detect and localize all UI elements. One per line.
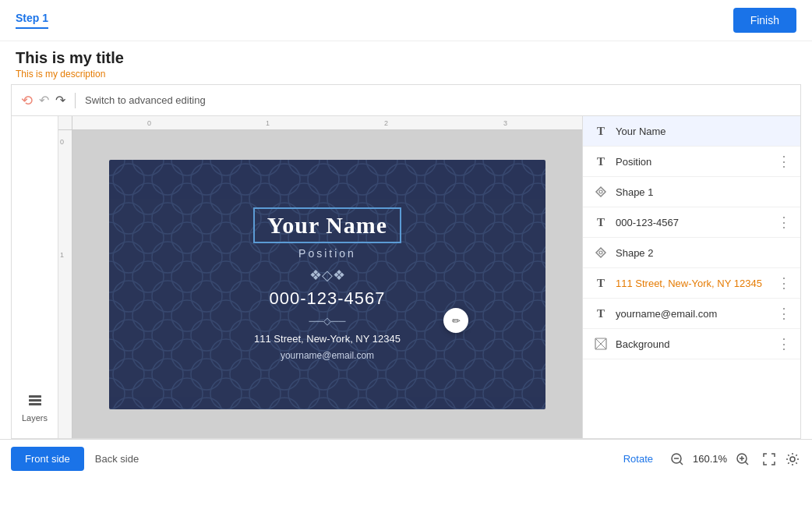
step-label: Step 1 — [16, 12, 48, 29]
redo-icon[interactable]: ↷ — [55, 93, 65, 108]
card-name-box: Your Name — [253, 207, 401, 243]
layer-name: Shape 2 — [616, 247, 791, 259]
card-email: yourname@email.com — [281, 348, 374, 362]
layer-item-background[interactable]: Background ⋮ — [583, 329, 800, 359]
text-icon: T — [592, 122, 609, 140]
zoom-in-icon[interactable] — [734, 451, 751, 468]
zoom-out-icon[interactable] — [669, 451, 686, 468]
rotate-button[interactable]: Rotate — [617, 450, 659, 468]
text-icon: T — [592, 305, 609, 322]
svg-line-20 — [745, 462, 748, 465]
layer-name: Your Name — [616, 126, 791, 137]
svg-rect-2 — [29, 403, 41, 405]
card-name: Your Name — [267, 212, 387, 238]
layer-item-your-name[interactable]: T Your Name — [583, 116, 800, 147]
shape-icon — [592, 244, 609, 261]
front-side-button[interactable]: Front side — [11, 447, 84, 471]
layer-item-email[interactable]: T yourname@email.com ⋮ — [583, 299, 800, 329]
layer-name: Position — [616, 156, 771, 168]
background-icon — [592, 335, 609, 352]
svg-point-21 — [790, 457, 795, 462]
back-side-button[interactable]: Back side — [84, 447, 150, 471]
layer-name: Background — [616, 338, 771, 350]
page-title: This is my title — [16, 49, 796, 67]
svg-rect-0 — [29, 395, 41, 398]
svg-line-16 — [680, 462, 683, 465]
switch-to-advanced-label[interactable]: Switch to advanced editing — [85, 94, 206, 106]
layer-name: yourname@email.com — [616, 308, 771, 320]
canvas-area: 0 1 2 3 0 1 — [58, 116, 582, 438]
card-diamond-top: ❖◇❖ — [309, 267, 345, 284]
undo-icon[interactable]: ↶ — [39, 93, 49, 108]
fullscreen-icon[interactable] — [761, 451, 778, 468]
card-divider-icon: ──◇── — [309, 315, 346, 327]
text-icon: T — [592, 214, 609, 231]
layer-item-phone[interactable]: T 000-123-4567 ⋮ — [583, 207, 800, 238]
layer-more-icon[interactable]: ⋮ — [777, 274, 791, 292]
shape-icon — [592, 183, 609, 200]
layers-panel: T Your Name T Position ⋮ Shape 1 T 000-1… — [582, 116, 800, 438]
layers-label: Layers — [22, 413, 48, 423]
undo-history-icon[interactable]: ⟲ — [21, 92, 33, 109]
zoom-value: 160.1% — [690, 453, 729, 465]
text-icon: T — [592, 274, 609, 292]
svg-point-9 — [599, 190, 602, 193]
layer-more-icon[interactable]: ⋮ — [777, 305, 791, 322]
layer-item-shape1[interactable]: Shape 1 — [583, 177, 800, 207]
page-description: This is my description — [16, 69, 796, 80]
business-card[interactable]: Your Name Position ❖◇❖ 000-123-4567 — [109, 160, 545, 409]
layer-more-icon[interactable]: ⋮ — [777, 214, 791, 231]
settings-icon[interactable] — [784, 451, 801, 468]
layer-name: Shape 1 — [616, 186, 791, 198]
layer-more-icon[interactable]: ⋮ — [777, 153, 791, 170]
layers-icon — [26, 391, 44, 411]
svg-rect-1 — [29, 399, 41, 402]
card-position: Position — [298, 246, 356, 260]
svg-rect-8 — [109, 160, 545, 409]
layer-more-icon[interactable]: ⋮ — [777, 335, 791, 352]
text-icon: T — [592, 153, 609, 170]
layer-item-address[interactable]: T 111 Street, New-York, NY 12345 ⋮ — [583, 268, 800, 299]
card-address: 111 Street, New-York, NY 12345 — [254, 331, 401, 345]
svg-point-10 — [599, 251, 602, 254]
card-phone: 000-123-4567 — [269, 288, 385, 309]
edit-pencil-button[interactable]: ✏ — [443, 308, 468, 333]
finish-button[interactable]: Finish — [733, 8, 796, 33]
layers-button[interactable]: Layers — [16, 385, 54, 429]
layer-name: 111 Street, New-York, NY 12345 — [616, 278, 771, 289]
layer-item-shape2[interactable]: Shape 2 — [583, 238, 800, 268]
layer-item-position[interactable]: T Position ⋮ — [583, 147, 800, 177]
layer-name: 000-123-4567 — [616, 217, 771, 228]
